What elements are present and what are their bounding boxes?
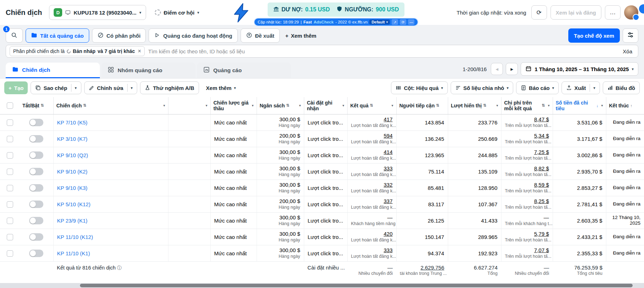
col-campaign[interactable]: Chiến dịch⇅▾ (53, 97, 168, 114)
close-icon[interactable]: × (138, 48, 141, 54)
col-delivery[interactable]: ▾ (168, 97, 210, 114)
account-selector[interactable]: D KUPU178 12 (95023040... ▾ (49, 5, 146, 20)
col-amount-spent[interactable]: Số tiền đã chi tiêu↓▾ (553, 97, 606, 114)
row-checkbox[interactable] (7, 136, 13, 142)
results-cell: 594Lượt hoàn tất đăng k... (347, 130, 396, 147)
sort-desc-icon: ↓ (596, 103, 599, 108)
campaign-toggle[interactable] (29, 184, 43, 192)
tab-ads[interactable]: Quảng cáo (197, 63, 291, 78)
col-results[interactable]: Kết quả⇅▾ (347, 97, 396, 114)
next-page-button[interactable]: ▶ (506, 63, 518, 75)
expand-icon[interactable]: ↗ (392, 19, 398, 25)
view-tab-all-ads[interactable]: Tất cả quảng cáo (26, 28, 89, 43)
view-tab-active-ads[interactable]: Quảng cáo đang hoạt động (149, 28, 237, 43)
row-checkbox[interactable] (7, 250, 13, 257)
clear-filters-button[interactable]: Xóa (621, 48, 634, 54)
review-publish-button[interactable]: Xem lại và đăng (551, 5, 601, 20)
preset-select[interactable]: Default▾ (369, 20, 390, 25)
select-all-checkbox[interactable] (7, 102, 13, 109)
campaign-toggle[interactable] (29, 168, 43, 175)
column-menu-icon[interactable]: ▾ (342, 103, 344, 107)
column-menu-icon[interactable]: ▾ (252, 103, 253, 107)
tab-adsets[interactable]: Nhóm quảng cáo (101, 63, 195, 78)
threshold-label: NGƯỠNG: (345, 6, 373, 13)
columns-button[interactable]: Cột: Hiệu quả ▾ (391, 81, 447, 94)
budget-cell: 300,00 $Hàng ngày (257, 212, 304, 229)
charts-button[interactable]: Biểu đồ (603, 81, 640, 94)
campaign-name-link[interactable]: KP 23/9 (K1) (57, 218, 88, 224)
campaign-toggle[interactable] (29, 217, 43, 224)
export-button[interactable]: Xuất ▾ (562, 81, 600, 94)
campaign-toggle[interactable] (29, 119, 43, 126)
create-view-button[interactable]: Tạo chế độ xem (568, 28, 620, 43)
scrollbar-thumb[interactable] (80, 284, 633, 287)
date-range-picker[interactable]: 1 Tháng 10, 2025 – 31 Tháng 10, 2025 ▾ (521, 62, 638, 76)
view-tabs-see-more[interactable]: + Xem thêm (285, 33, 316, 39)
row-checkbox[interactable] (7, 152, 13, 159)
edit-menu-caret[interactable]: ▾ (127, 84, 133, 92)
campaign-name-link[interactable]: KP 7/10 (K5) (57, 119, 88, 126)
impressions-cell: 107.367 (448, 196, 501, 212)
campaign-name-link[interactable]: KP 5/10 (K12) (57, 201, 91, 207)
view-settings-button[interactable] (623, 28, 638, 43)
filter-search-input[interactable] (148, 48, 617, 54)
column-menu-icon[interactable]: ▾ (391, 103, 393, 107)
row-checkbox[interactable] (7, 201, 13, 208)
create-button[interactable]: + Tạo (4, 81, 28, 94)
breakdown-button[interactable]: Số liệu chia nhỏ ▾ (451, 81, 514, 94)
campaign-name-link[interactable]: KP 11/10 (K12) (57, 234, 93, 240)
col-ends[interactable]: Kết thúc↑ (606, 97, 644, 114)
more-options-button[interactable]: … (605, 5, 621, 20)
duplicate-button[interactable]: Sao chép ▾ (31, 81, 81, 94)
col-budget[interactable]: Ngân sách⇅▾ (257, 97, 304, 114)
col-toggle[interactable]: Tắt/Bật⇅ (20, 97, 53, 114)
col-cost-per-result[interactable]: Chi phí trên mỗi kết quả⇅▾ (501, 97, 553, 114)
row-checkbox[interactable] (7, 119, 13, 126)
campaign-toggle[interactable] (29, 250, 43, 257)
col-bid-strategy[interactable]: Chiến lược giá thầu▾ (210, 97, 257, 114)
edit-button[interactable]: Chỉnh sửa ▾ (84, 81, 138, 94)
toolbar-see-more[interactable]: Xem thêm ▾ (202, 81, 240, 94)
col-impressions[interactable]: Lượt hiển thị⇅▾ (448, 97, 501, 114)
view-tab-recommendations[interactable]: Đề xuất (241, 28, 280, 43)
table-row: KP 9/10 (K2) Mức cao nhất 300,00 $Hàng n… (0, 163, 644, 180)
campaign-name-link[interactable]: KP 9/10 (K3) (57, 185, 88, 191)
campaign-name-link[interactable]: KP 11/10 (K1) (57, 250, 90, 256)
row-checkbox[interactable] (7, 185, 13, 191)
minimize-icon[interactable]: — (408, 19, 414, 25)
row-checkbox[interactable] (7, 169, 13, 175)
duplicate-menu-caret[interactable]: ▾ (71, 84, 77, 92)
chevron-down-icon: ▾ (234, 86, 236, 90)
campaign-toggle[interactable] (29, 233, 43, 241)
column-menu-icon[interactable]: ▾ (299, 103, 301, 107)
export-menu-caret[interactable]: ▾ (590, 84, 595, 92)
attribution-cell: Lượt click tro... (304, 212, 347, 229)
reports-button[interactable]: Báo cáo ▾ (516, 81, 559, 94)
column-menu-icon[interactable]: ▾ (548, 103, 549, 107)
campaign-name-link[interactable]: KP 9/10 (K2) (57, 169, 88, 175)
column-menu-icon[interactable]: ▾ (601, 103, 603, 107)
campaign-name-link[interactable]: KP 3/10 (K7) (57, 136, 88, 142)
campaign-toggle[interactable] (29, 201, 43, 208)
tab-campaigns[interactable]: Chiến dịch (6, 63, 100, 78)
col-reach[interactable]: Người tiếp cận⇅ (396, 97, 448, 114)
view-tab-had-delivery[interactable]: Có phân phối (92, 28, 146, 43)
row-checkbox[interactable] (7, 234, 13, 240)
prev-page-button[interactable]: ◀ (491, 63, 503, 75)
opportunity-score[interactable]: Điểm cơ hội ▾ (155, 9, 199, 16)
ends-cell: Đang diễn ra (606, 114, 644, 130)
col-attribution[interactable]: Cài đặt ghi nhận▾ (304, 97, 347, 114)
refresh-button[interactable]: ⟳ (531, 5, 547, 20)
row-checkbox[interactable] (7, 218, 13, 224)
filter-chip-delivery[interactable]: Phân phối chiến dịch là Bản nháp và 7 gi… (10, 46, 145, 56)
campaign-toggle[interactable] (29, 135, 43, 143)
avatar[interactable] (624, 5, 638, 20)
campaign-name-link[interactable]: KP 9/10 (Q2) (57, 152, 88, 158)
refresh-icon[interactable]: ⟳ (400, 19, 406, 25)
ab-test-button[interactable]: Thử nghiệm A/B (140, 81, 199, 94)
column-menu-icon[interactable]: ▾ (205, 103, 207, 107)
column-menu-icon[interactable]: ▾ (496, 103, 498, 107)
summary-spent-cell: 76.253,59 $Tổng chi tiêu (553, 261, 606, 283)
column-menu-icon[interactable]: ▾ (163, 103, 165, 107)
campaign-toggle[interactable] (29, 151, 43, 159)
